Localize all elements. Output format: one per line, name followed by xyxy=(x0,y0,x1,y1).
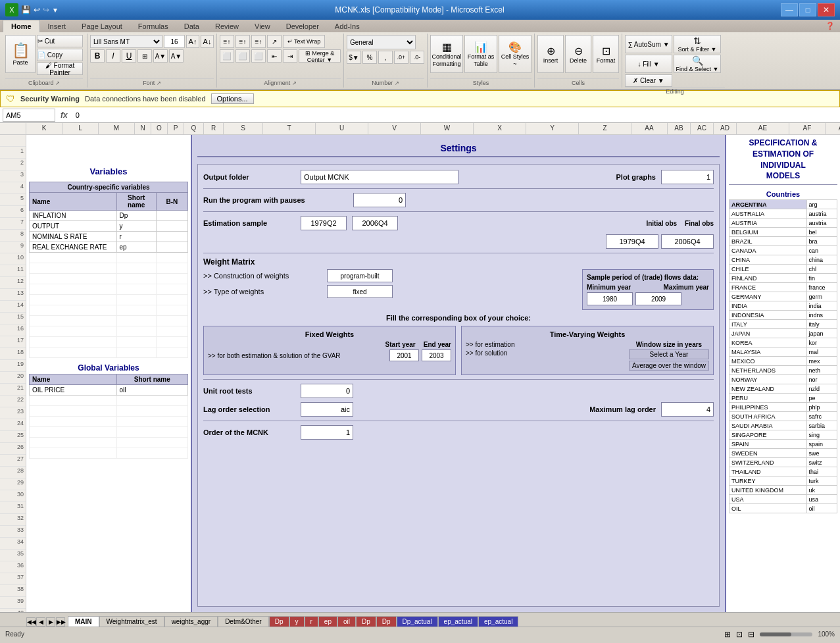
close-btn[interactable]: ✕ xyxy=(818,3,835,16)
col-r[interactable]: R xyxy=(204,123,224,134)
run-pauses-input[interactable] xyxy=(353,193,406,207)
tab-view[interactable]: View xyxy=(247,20,278,32)
copy-button[interactable]: 📄 Copy xyxy=(37,49,83,61)
row-header[interactable]: 19 xyxy=(0,360,26,372)
tab-weights-aggr[interactable]: weights_aggr xyxy=(164,616,218,627)
col-af[interactable]: AF xyxy=(789,123,826,134)
minimize-btn[interactable]: — xyxy=(781,3,798,16)
col-aa[interactable]: AA xyxy=(631,123,668,134)
col-ae[interactable]: AE xyxy=(737,123,789,134)
row-header[interactable]: 13 xyxy=(0,289,26,301)
align-right-button[interactable]: ⬜ xyxy=(251,49,266,63)
row-header[interactable]: 7 xyxy=(0,218,26,230)
output-folder-input[interactable] xyxy=(301,170,458,184)
insert-cells-button[interactable]: ⊕ Insert xyxy=(537,35,564,73)
initial-obs-input[interactable] xyxy=(606,234,658,249)
row-header[interactable]: 36 xyxy=(0,561,26,573)
row-header[interactable]: 5 xyxy=(0,194,26,206)
quick-access-undo[interactable]: ↩ xyxy=(34,5,40,14)
view-layout-icon[interactable]: ⊡ xyxy=(736,630,743,639)
col-z[interactable]: Z xyxy=(579,123,631,134)
row-header[interactable]: 17 xyxy=(0,336,26,348)
tab-data[interactable]: Data xyxy=(176,20,207,32)
row-header[interactable]: 26 xyxy=(0,443,26,455)
row-header[interactable]: 15 xyxy=(0,313,26,324)
row-header[interactable]: 6 xyxy=(0,206,26,218)
italic-button[interactable]: I xyxy=(106,49,120,63)
cell-reference-input[interactable] xyxy=(3,109,55,122)
row-header[interactable]: 20 xyxy=(0,372,26,384)
row-header[interactable]: 40 xyxy=(0,609,26,612)
quick-access-more[interactable]: ▼ xyxy=(52,7,59,14)
row-header[interactable]: 24 xyxy=(0,419,26,431)
find-select-button[interactable]: 🔍 Find & Select ▼ xyxy=(674,55,721,73)
fill-button[interactable]: ↓ Fill ▼ xyxy=(625,55,672,73)
tab-weightmatrix[interactable]: Weightmatrix_est xyxy=(99,616,164,627)
tab-detm[interactable]: Detm&Other xyxy=(218,616,269,627)
tab-first-btn[interactable]: ◀◀ xyxy=(26,617,36,627)
view-preview-icon[interactable]: ⊟ xyxy=(748,630,754,639)
align-top-left-button[interactable]: ≡↑ xyxy=(220,35,234,48)
conditional-formatting-button[interactable]: ▦ Conditional Formatting xyxy=(430,35,463,73)
quick-access-redo[interactable]: ↪ xyxy=(43,5,49,14)
row-header[interactable]: 9 xyxy=(0,242,26,253)
col-ac[interactable]: AC xyxy=(691,123,714,134)
decrease-indent-button[interactable]: ⇤ xyxy=(267,49,282,63)
increase-decimal-button[interactable]: .0+ xyxy=(394,51,408,64)
font-size-input[interactable] xyxy=(164,35,185,48)
format-painter-button[interactable]: 🖌 Format Painter xyxy=(37,63,83,75)
start-year-input[interactable] xyxy=(389,349,419,361)
type-input[interactable] xyxy=(327,285,393,298)
col-n[interactable]: N xyxy=(135,123,151,134)
number-format-select[interactable]: General xyxy=(347,35,416,49)
row-header[interactable]: 10 xyxy=(0,253,26,265)
comma-button[interactable]: , xyxy=(378,51,393,64)
quick-access-save[interactable]: 💾 xyxy=(21,5,31,14)
delete-cells-button[interactable]: ⊖ Delete xyxy=(565,35,591,73)
col-s[interactable]: S xyxy=(224,123,263,134)
currency-button[interactable]: $▼ xyxy=(347,51,361,64)
min-year-input[interactable] xyxy=(587,292,633,305)
increase-indent-button[interactable]: ⇥ xyxy=(283,49,297,63)
lag-order-input[interactable] xyxy=(301,402,353,417)
col-o[interactable]: O xyxy=(151,123,168,134)
tab-last-btn[interactable]: ▶▶ xyxy=(56,617,65,627)
est-start-input[interactable] xyxy=(301,216,347,230)
tab-oil[interactable]: oil xyxy=(337,616,356,627)
tab-developer[interactable]: Developer xyxy=(278,20,327,32)
merge-center-button[interactable]: ⊞ Merge & Center ▼ xyxy=(299,49,341,63)
col-w[interactable]: W xyxy=(421,123,474,134)
format-cells-button[interactable]: ⊡ Format xyxy=(593,35,619,73)
row-header[interactable]: 28 xyxy=(0,467,26,478)
end-year-input[interactable] xyxy=(422,349,451,361)
tab-ep-actual[interactable]: ep_actual xyxy=(438,616,478,627)
align-top-center-button[interactable]: ≡↑ xyxy=(235,35,250,48)
align-top-right-button[interactable]: ≡↑ xyxy=(251,35,266,48)
row-header[interactable]: 8 xyxy=(0,230,26,242)
tab-prev-btn[interactable]: ◀ xyxy=(36,617,45,627)
row-header[interactable]: 1 xyxy=(0,147,26,159)
row-header[interactable]: 3 xyxy=(0,170,26,182)
tab-page-layout[interactable]: Page Layout xyxy=(74,20,130,32)
row-header[interactable]: 31 xyxy=(0,502,26,514)
font-color-button[interactable]: A▼ xyxy=(169,49,184,63)
maximize-btn[interactable]: □ xyxy=(799,3,816,16)
row-header[interactable]: 4 xyxy=(0,182,26,194)
tab-home[interactable]: Home xyxy=(3,20,40,32)
tab-dp3[interactable]: Dp xyxy=(376,616,397,627)
row-header[interactable]: 39 xyxy=(0,597,26,609)
row-header[interactable]: 29 xyxy=(0,478,26,490)
formula-input[interactable] xyxy=(73,109,837,122)
max-lag-input[interactable] xyxy=(661,402,714,417)
align-left-button[interactable]: ⬜ xyxy=(220,49,234,63)
font-decrease-button[interactable]: A↓ xyxy=(201,35,214,48)
row-header[interactable]: 2 xyxy=(0,159,26,170)
help-icon[interactable]: ❓ xyxy=(820,20,840,32)
tab-formulas[interactable]: Formulas xyxy=(130,20,176,32)
col-k[interactable]: K xyxy=(26,123,62,134)
mcnk-order-input[interactable] xyxy=(301,425,353,440)
font-increase-button[interactable]: A↑ xyxy=(186,35,199,48)
final-obs-input[interactable] xyxy=(661,234,714,249)
row-header[interactable]: 27 xyxy=(0,455,26,467)
tab-y[interactable]: y xyxy=(289,616,305,627)
